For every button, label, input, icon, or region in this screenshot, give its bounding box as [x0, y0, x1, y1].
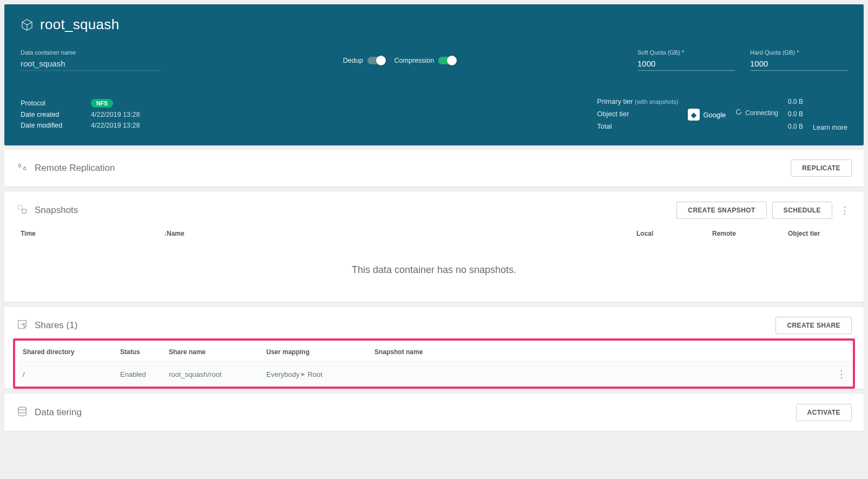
total-tier-value: 0.0 B — [788, 121, 803, 133]
create-snapshot-button[interactable]: CREATE SNAPSHOT — [676, 202, 766, 219]
col-name-label[interactable]: Name — [167, 230, 636, 237]
col-status[interactable]: Status — [120, 348, 169, 356]
container-name-field: Data container name — [21, 49, 161, 71]
col-share-name[interactable]: Share name — [169, 348, 266, 356]
spinner-icon — [735, 109, 742, 117]
share-row-menu-icon[interactable]: ⋮ — [834, 369, 849, 380]
data-tiering-card: Data tiering ACTIVATE — [4, 394, 864, 431]
object-tier-label: Object tier — [597, 108, 678, 121]
col-time-label[interactable]: Time — [21, 230, 36, 237]
shares-title: Shares (1) — [35, 320, 77, 331]
protocol-badge: NFS — [91, 99, 113, 108]
connecting-status: Connecting — [735, 109, 778, 117]
create-share-button[interactable]: CREATE SHARE — [775, 317, 852, 334]
share-dir-value: / — [23, 370, 120, 378]
share-mapping-value: Everybody ▶ Root — [266, 370, 374, 378]
dedup-toggle[interactable]: Dedup — [343, 57, 385, 64]
shares-icon — [16, 318, 28, 333]
shares-card: Shares (1) CREATE SHARE Shared directory… — [4, 307, 864, 389]
replicate-button[interactable]: REPLICATE — [791, 159, 852, 177]
snapshots-empty-message: This data container has no snapshots. — [16, 243, 852, 292]
col-object-label[interactable]: Object tier — [788, 230, 847, 237]
soft-quota-field: Soft Quota (GB) * — [637, 49, 735, 71]
snapshots-table-header: Time ↓ Name Local Remote Object tier — [16, 219, 852, 243]
container-icon — [21, 18, 34, 31]
tiering-title: Data tiering — [35, 407, 82, 418]
total-tier-label: Total — [597, 121, 678, 133]
share-status-value: Enabled — [120, 370, 169, 378]
cloud-provider-name: Google — [703, 111, 726, 119]
replication-card: Remote Replication REPLICATE — [4, 150, 864, 187]
protocol-label: Protocol — [21, 99, 69, 107]
svg-point-4 — [18, 407, 27, 410]
col-user-mapping[interactable]: User mapping — [266, 348, 374, 356]
date-created-value: 4/22/2019 13:28 — [91, 111, 140, 118]
soft-quota-label: Soft Quota (GB) * — [637, 49, 735, 56]
hard-quota-label: Hard Quota (GB) * — [750, 49, 847, 56]
tier-summary: Primary tier (with snapshots) Object tie… — [597, 96, 847, 132]
schedule-button[interactable]: SCHEDULE — [772, 202, 832, 219]
primary-tier-label: Primary tier — [597, 97, 633, 105]
col-snapshot-name[interactable]: Snapshot name — [374, 348, 834, 356]
learn-more-link[interactable]: Learn more — [813, 124, 847, 131]
snapshots-card: Snapshots CREATE SNAPSHOT SCHEDULE ⋮ Tim… — [4, 192, 864, 302]
cloud-provider-icon: ◆ — [688, 109, 700, 121]
replication-title: Remote Replication — [35, 163, 115, 174]
container-header: root_squash Data container name Dedup Co… — [4, 4, 864, 145]
container-name-input[interactable] — [21, 58, 161, 71]
date-modified-label: Date modified — [21, 122, 69, 129]
soft-quota-input[interactable] — [637, 58, 735, 71]
compression-toggle[interactable]: Compression — [394, 57, 456, 64]
date-created-label: Date created — [21, 111, 69, 118]
primary-tier-value: 0.0 B — [788, 96, 803, 108]
col-local-label[interactable]: Local — [636, 230, 712, 237]
tiering-icon — [16, 405, 28, 420]
col-shared-dir[interactable]: Shared directory — [23, 348, 120, 356]
svg-rect-2 — [18, 205, 22, 209]
compression-label: Compression — [394, 57, 435, 64]
share-row[interactable]: / Enabled root_squash/root Everybody ▶ R… — [18, 361, 850, 387]
col-remote-label[interactable]: Remote — [712, 230, 788, 237]
activate-button[interactable]: ACTIVATE — [796, 404, 852, 421]
shares-table-header: Shared directory Status Share name User … — [18, 341, 850, 361]
replication-icon — [16, 161, 28, 176]
svg-point-1 — [23, 167, 26, 170]
svg-point-0 — [18, 164, 21, 167]
container-name-label: Data container name — [21, 49, 161, 56]
snapshots-menu-icon[interactable]: ⋮ — [838, 205, 852, 215]
page-title: root_squash — [40, 16, 119, 33]
object-tier-value: 0.0 B — [788, 108, 803, 121]
snapshots-icon — [16, 203, 28, 218]
snapshots-title: Snapshots — [35, 205, 78, 216]
arrow-right-icon: ▶ — [301, 371, 305, 377]
svg-rect-3 — [22, 209, 26, 213]
hard-quota-field: Hard Quota (GB) * — [750, 49, 847, 71]
shares-highlight: Shared directory Status Share name User … — [13, 338, 855, 389]
date-modified-value: 4/22/2019 13:28 — [91, 122, 140, 129]
primary-tier-sublabel: (with snapshots) — [635, 98, 678, 105]
share-name-value: root_squash/root — [169, 370, 266, 378]
hard-quota-input[interactable] — [750, 58, 847, 71]
cloud-provider-chip: ◆ Google — [688, 109, 726, 121]
dedup-label: Dedup — [343, 57, 363, 64]
container-meta: Protocol NFS Date created 4/22/2019 13:2… — [21, 99, 140, 132]
